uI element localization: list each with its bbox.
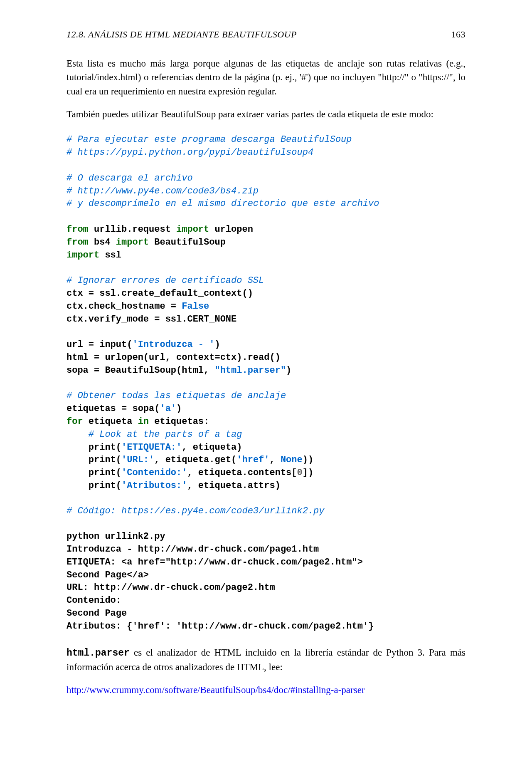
- code-text: BeautifulSoup: [149, 237, 226, 248]
- code-keyword: import: [66, 250, 99, 260]
- code-string: "html.parser": [214, 365, 286, 376]
- code-text: print(: [66, 442, 121, 453]
- code-comment: # Obtener todas las etiquetas de anclaje: [66, 391, 286, 401]
- paragraph-link: http://www.crummy.com/software/Beautiful…: [66, 683, 466, 697]
- code-keyword: in: [138, 416, 149, 427]
- code-text: print(: [66, 455, 121, 465]
- code-text: ): [176, 404, 182, 414]
- code-comment: # http://www.py4e.com/code3/bs4.zip: [66, 186, 259, 196]
- inline-code: html.parser: [66, 648, 130, 659]
- doc-link[interactable]: http://www.crummy.com/software/Beautiful…: [66, 685, 365, 695]
- code-text: ctx = ssl.create_default_context(): [66, 288, 253, 299]
- code-comment: # y descomprímelo en el mismo directorio…: [66, 198, 379, 209]
- output-line: Introduzca - http://www.dr-chuck.com/pag…: [66, 544, 319, 555]
- code-text: , etiqueta.attrs): [187, 480, 280, 491]
- paragraph-2: También puedes utilizar BeautifulSoup pa…: [66, 107, 466, 121]
- code-text: bs4: [89, 237, 116, 248]
- code-constant: None: [281, 455, 303, 465]
- code-text: etiquetas = sopa(: [66, 404, 160, 414]
- section-title: 12.8. ANÁLISIS DE HTML MEDIANTE BEAUTIFU…: [66, 29, 297, 40]
- code-listing: # Para ejecutar este programa descarga B…: [66, 134, 466, 518]
- code-string: 'a': [160, 404, 176, 414]
- output-line: ETIQUETA: <a href="http://www.dr-chuck.c…: [66, 557, 363, 567]
- code-text: etiquetas:: [149, 416, 209, 427]
- code-constant: False: [182, 301, 209, 312]
- code-text: ssl: [99, 250, 121, 260]
- output-listing: python urllink2.py Introduzca - http://w…: [66, 530, 466, 633]
- code-number: 0: [297, 468, 303, 478]
- output-line: URL: http://www.dr-chuck.com/page2.htm: [66, 582, 275, 593]
- code-text: )): [303, 455, 313, 465]
- code-text: urllib.request: [89, 224, 176, 235]
- code-text: ctx.check_hostname =: [66, 301, 182, 312]
- paragraph-3: html.parser es el analizador de HTML inc…: [66, 646, 466, 674]
- code-comment: # https://pypi.python.org/pypi/beautiful…: [66, 147, 313, 158]
- code-text: ctx.verify_mode = ssl.CERT_NONE: [66, 314, 236, 324]
- code-text: url = input(: [66, 339, 132, 350]
- code-comment: # Para ejecutar este programa descarga B…: [66, 134, 352, 145]
- output-line: Second Page</a>: [66, 570, 149, 580]
- code-keyword: for: [66, 416, 83, 427]
- code-text: sopa = BeautifulSoup(html,: [66, 365, 214, 376]
- code-string: 'href': [236, 455, 269, 465]
- code-text: html = urlopen(url, context=ctx).read(): [66, 352, 281, 363]
- code-keyword: from: [66, 224, 89, 235]
- code-text: print(: [66, 468, 121, 478]
- page-number: 163: [451, 29, 466, 40]
- code-text: ]): [303, 468, 313, 478]
- code-text: , etiqueta.get(: [154, 455, 236, 465]
- code-text: ,: [270, 455, 281, 465]
- code-text: urlopen: [209, 224, 253, 235]
- code-text: ): [286, 365, 291, 376]
- code-comment: # O descarga el archivo: [66, 173, 193, 183]
- code-text: , etiqueta.contents[: [187, 468, 297, 478]
- code-keyword: import: [116, 237, 149, 248]
- output-line: Atributos: {'href': 'http://www.dr-chuck…: [66, 621, 374, 631]
- code-text: etiqueta: [83, 416, 138, 427]
- code-comment: # Look at the parts of a tag: [66, 429, 242, 440]
- code-text: print(: [66, 480, 121, 491]
- code-text: ): [214, 339, 220, 350]
- paragraph-1: Esta lista es mucho más larga porque alg…: [66, 57, 466, 98]
- code-string: 'ETIQUETA:': [121, 442, 182, 453]
- code-string: 'Atributos:': [121, 480, 187, 491]
- code-string: 'Introduzca - ': [132, 339, 214, 350]
- code-text: , etiqueta): [182, 442, 242, 453]
- code-keyword: import: [176, 224, 209, 235]
- page-header: 12.8. ANÁLISIS DE HTML MEDIANTE BEAUTIFU…: [66, 29, 466, 40]
- code-keyword: from: [66, 237, 89, 248]
- code-comment: # Código: https://es.py4e.com/code3/urll…: [66, 506, 325, 516]
- output-line: python urllink2.py: [66, 531, 165, 542]
- output-line: Second Page: [66, 608, 127, 619]
- code-string: 'URL:': [121, 455, 154, 465]
- output-line: Contenido:: [66, 595, 121, 606]
- code-comment: # Ignorar errores de certificado SSL: [66, 275, 264, 286]
- code-string: 'Contenido:': [121, 468, 187, 478]
